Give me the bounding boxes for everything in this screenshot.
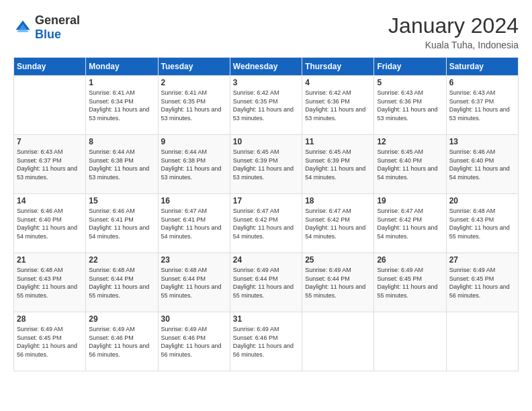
calendar-cell: 8Sunrise: 6:44 AMSunset: 6:38 PMDaylight… [86, 135, 158, 194]
day-number: 29 [89, 314, 154, 324]
calendar-cell: 24Sunrise: 6:49 AMSunset: 6:44 PMDayligh… [230, 253, 302, 312]
day-number: 8 [89, 137, 154, 146]
day-info: Sunrise: 6:43 AMSunset: 6:37 PMDaylight:… [17, 148, 83, 181]
day-number: 24 [233, 255, 299, 265]
calendar-cell [374, 312, 446, 371]
day-info: Sunrise: 6:45 AMSunset: 6:39 PMDaylight:… [305, 148, 371, 181]
calendar-cell: 13Sunrise: 6:46 AMSunset: 6:40 PMDayligh… [446, 135, 518, 194]
calendar-cell [14, 76, 86, 135]
calendar-cell: 15Sunrise: 6:46 AMSunset: 6:41 PMDayligh… [86, 194, 158, 253]
day-info: Sunrise: 6:46 AMSunset: 6:40 PMDaylight:… [449, 148, 515, 181]
day-info: Sunrise: 6:49 AMSunset: 6:45 PMDaylight:… [17, 325, 83, 359]
day-info: Sunrise: 6:45 AMSunset: 6:39 PMDaylight:… [233, 148, 299, 181]
calendar-cell: 14Sunrise: 6:46 AMSunset: 6:40 PMDayligh… [14, 194, 86, 253]
logo-general: General [35, 13, 80, 27]
day-info: Sunrise: 6:49 AMSunset: 6:44 PMDaylight:… [305, 266, 371, 300]
calendar-table: SundayMondayTuesdayWednesdayThursdayFrid… [13, 57, 519, 371]
weekday-header-saturday: Saturday [446, 58, 518, 76]
day-number: 15 [89, 196, 154, 205]
calendar-cell: 30Sunrise: 6:49 AMSunset: 6:46 PMDayligh… [158, 312, 230, 371]
day-info: Sunrise: 6:41 AMSunset: 6:34 PMDaylight:… [89, 89, 154, 122]
day-number: 10 [233, 137, 299, 146]
calendar-cell: 26Sunrise: 6:49 AMSunset: 6:45 PMDayligh… [374, 253, 446, 312]
calendar-cell: 11Sunrise: 6:45 AMSunset: 6:39 PMDayligh… [302, 135, 374, 194]
day-info: Sunrise: 6:49 AMSunset: 6:46 PMDaylight:… [233, 325, 299, 359]
day-info: Sunrise: 6:42 AMSunset: 6:36 PMDaylight:… [305, 89, 371, 122]
calendar-cell: 17Sunrise: 6:47 AMSunset: 6:42 PMDayligh… [230, 194, 302, 253]
calendar-cell: 6Sunrise: 6:43 AMSunset: 6:37 PMDaylight… [446, 76, 518, 135]
calendar-cell: 1Sunrise: 6:41 AMSunset: 6:34 PMDaylight… [86, 76, 158, 135]
day-number: 17 [233, 196, 299, 205]
calendar-cell: 23Sunrise: 6:48 AMSunset: 6:44 PMDayligh… [158, 253, 230, 312]
day-info: Sunrise: 6:49 AMSunset: 6:44 PMDaylight:… [233, 266, 299, 300]
day-info: Sunrise: 6:49 AMSunset: 6:46 PMDaylight:… [89, 325, 154, 359]
day-info: Sunrise: 6:42 AMSunset: 6:35 PMDaylight:… [233, 89, 299, 122]
day-number: 28 [17, 314, 83, 324]
calendar-week-row: 14Sunrise: 6:46 AMSunset: 6:40 PMDayligh… [14, 194, 519, 253]
calendar-cell: 10Sunrise: 6:45 AMSunset: 6:39 PMDayligh… [230, 135, 302, 194]
location: Kuala Tuha, Indonesia [388, 40, 519, 50]
day-info: Sunrise: 6:47 AMSunset: 6:42 PMDaylight:… [377, 207, 443, 240]
day-info: Sunrise: 6:43 AMSunset: 6:37 PMDaylight:… [449, 89, 515, 122]
day-number: 3 [233, 78, 299, 87]
calendar-week-row: 28Sunrise: 6:49 AMSunset: 6:45 PMDayligh… [14, 312, 519, 371]
weekday-header-tuesday: Tuesday [158, 58, 230, 76]
day-info: Sunrise: 6:47 AMSunset: 6:41 PMDaylight:… [161, 207, 227, 240]
weekday-header-wednesday: Wednesday [230, 58, 302, 76]
day-number: 19 [377, 196, 443, 205]
calendar-cell: 7Sunrise: 6:43 AMSunset: 6:37 PMDaylight… [14, 135, 86, 194]
day-number: 2 [161, 78, 227, 87]
day-info: Sunrise: 6:45 AMSunset: 6:40 PMDaylight:… [377, 148, 443, 181]
day-number: 4 [305, 78, 371, 87]
day-number: 21 [17, 255, 83, 265]
logo: General Blue [13, 13, 80, 42]
day-number: 13 [449, 137, 515, 146]
day-info: Sunrise: 6:47 AMSunset: 6:42 PMDaylight:… [305, 207, 371, 240]
logo-icon [13, 18, 32, 37]
weekday-header-row: SundayMondayTuesdayWednesdayThursdayFrid… [14, 58, 519, 76]
day-info: Sunrise: 6:49 AMSunset: 6:45 PMDaylight:… [449, 266, 515, 300]
day-info: Sunrise: 6:44 AMSunset: 6:38 PMDaylight:… [161, 148, 227, 181]
day-info: Sunrise: 6:48 AMSunset: 6:43 PMDaylight:… [17, 266, 83, 300]
calendar-cell: 9Sunrise: 6:44 AMSunset: 6:38 PMDaylight… [158, 135, 230, 194]
calendar-cell: 29Sunrise: 6:49 AMSunset: 6:46 PMDayligh… [86, 312, 158, 371]
calendar-cell: 3Sunrise: 6:42 AMSunset: 6:35 PMDaylight… [230, 76, 302, 135]
day-number: 11 [305, 137, 371, 146]
day-info: Sunrise: 6:48 AMSunset: 6:43 PMDaylight:… [449, 207, 515, 240]
day-number: 30 [161, 314, 227, 324]
weekday-header-thursday: Thursday [302, 58, 374, 76]
day-info: Sunrise: 6:44 AMSunset: 6:38 PMDaylight:… [89, 148, 154, 181]
month-year: January 2024 [388, 13, 519, 38]
day-number: 22 [89, 255, 154, 265]
calendar-week-row: 21Sunrise: 6:48 AMSunset: 6:43 PMDayligh… [14, 253, 519, 312]
day-number: 1 [89, 78, 154, 87]
calendar-cell: 18Sunrise: 6:47 AMSunset: 6:42 PMDayligh… [302, 194, 374, 253]
page-header: General Blue January 2024 Kuala Tuha, In… [13, 13, 519, 50]
calendar-cell: 19Sunrise: 6:47 AMSunset: 6:42 PMDayligh… [374, 194, 446, 253]
day-info: Sunrise: 6:49 AMSunset: 6:45 PMDaylight:… [377, 266, 443, 300]
calendar-cell: 20Sunrise: 6:48 AMSunset: 6:43 PMDayligh… [446, 194, 518, 253]
day-number: 18 [305, 196, 371, 205]
day-info: Sunrise: 6:48 AMSunset: 6:44 PMDaylight:… [161, 266, 227, 300]
calendar-week-row: 7Sunrise: 6:43 AMSunset: 6:37 PMDaylight… [14, 135, 519, 194]
day-number: 7 [17, 137, 83, 146]
calendar-cell: 27Sunrise: 6:49 AMSunset: 6:45 PMDayligh… [446, 253, 518, 312]
day-number: 25 [305, 255, 371, 265]
weekday-header-sunday: Sunday [14, 58, 86, 76]
calendar-cell: 21Sunrise: 6:48 AMSunset: 6:43 PMDayligh… [14, 253, 86, 312]
day-info: Sunrise: 6:48 AMSunset: 6:44 PMDaylight:… [89, 266, 154, 300]
logo-text: General Blue [35, 13, 80, 42]
day-number: 12 [377, 137, 443, 146]
day-number: 23 [161, 255, 227, 265]
calendar-week-row: 1Sunrise: 6:41 AMSunset: 6:34 PMDaylight… [14, 76, 519, 135]
calendar-cell: 28Sunrise: 6:49 AMSunset: 6:45 PMDayligh… [14, 312, 86, 371]
calendar-cell: 22Sunrise: 6:48 AMSunset: 6:44 PMDayligh… [86, 253, 158, 312]
weekday-header-friday: Friday [374, 58, 446, 76]
day-number: 5 [377, 78, 443, 87]
day-info: Sunrise: 6:43 AMSunset: 6:36 PMDaylight:… [377, 89, 443, 122]
calendar-cell: 16Sunrise: 6:47 AMSunset: 6:41 PMDayligh… [158, 194, 230, 253]
day-info: Sunrise: 6:47 AMSunset: 6:42 PMDaylight:… [233, 207, 299, 240]
day-number: 26 [377, 255, 443, 265]
calendar-cell: 4Sunrise: 6:42 AMSunset: 6:36 PMDaylight… [302, 76, 374, 135]
title-block: January 2024 Kuala Tuha, Indonesia [388, 13, 519, 50]
